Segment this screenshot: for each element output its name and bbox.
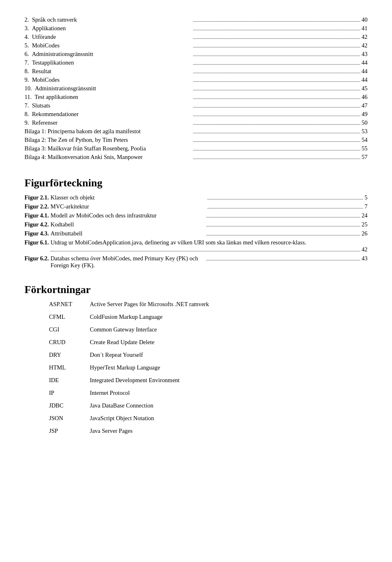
abbr-key: JSON [24,415,90,422]
abbr-row-ip: IP Internet Protocol [24,390,368,396]
toc-entry: 10. Administrationsgränssnitt 45 [24,85,368,92]
abbr-table: ASP.NET Active Server Pages för Microsof… [24,301,368,434]
abbr-key: CGI [24,326,90,333]
toc-entry: 9. Referenser 50 [24,119,368,126]
abbr-key: JSP [24,428,90,434]
toc-entry: 7. Slutsats 47 [24,102,368,109]
abbr-row-crud: CRUD Create Read Update Delete [24,339,368,346]
abbr-value: Common Gateway Interface [90,326,368,333]
abbr-key: ASP.NET [24,301,90,308]
toc-entry: 7. Testapplikationen 44 [24,59,368,66]
toc-entry: 5. MobiCodes 42 [24,42,368,49]
figurforteckning-heading: Figurförteckning [24,177,368,189]
fig-entry: Figur 4.1. Modell av MobiCodes och dess … [24,212,368,219]
toc-entry: 8. Resultat 44 [24,68,368,75]
abbr-value: Integrated Development Environment [90,377,368,384]
abbr-value: Java DataBase Connection [90,402,368,409]
toc-entry: Bilaga 1: Principerna bakom det agila ma… [24,128,368,135]
fig-entry: Figur 2.2. MVC-arkitektur 7 [24,203,368,210]
toc-section: 2. Språk och ramverk 40 3. Applikationen… [24,16,368,161]
forkortningar-section: Förkortningar ASP.NET Active Server Page… [24,284,368,434]
toc-entry: 9. MobiCodes 44 [24,76,368,83]
fig-entry: Figur 4.2. Kodtabell 25 [24,221,368,228]
toc-entry: 3. Applikationen 41 [24,25,368,32]
toc-entry: Bilaga 3: Mailksvar från Staffan Rosenbe… [24,145,368,152]
abbr-value: Java Server Pages [90,428,368,434]
abbr-key: CFML [24,313,90,320]
abbr-row-aspnet: ASP.NET Active Server Pages för Microsof… [24,301,368,308]
abbr-key: HTML [24,364,90,371]
fig-entry-6-1: Figur 6.1. Utdrag ur MobiCodesApplicatio… [24,239,368,253]
abbr-row-jsp: JSP Java Server Pages [24,428,368,434]
toc-label: 2. Språk och ramverk [24,16,192,23]
abbr-value: Don´t Repeat Yourself [90,352,368,358]
abbr-value: Active Server Pages för Microsofts .NET … [90,301,368,308]
abbr-value: HyperText Markup Language [90,364,368,371]
abbr-value: JavaScript Object Notation [90,415,368,422]
abbr-key: DRY [24,352,90,358]
fig-entry-6-2: Figur 6.2. Databas schema över MobiCodes… [24,255,368,269]
toc-entry: Bilaga 4: Mailkonversation Anki Snis, Ma… [24,154,368,161]
fig-entry: Figur 2.1. Klasser och objekt 5 [24,194,368,201]
abbr-row-cfml: CFML ColdFusion Markup Language [24,313,368,320]
abbr-row-cgi: CGI Common Gateway Interface [24,326,368,333]
forkortningar-heading: Förkortningar [24,284,368,296]
abbr-row-html: HTML HyperText Markup Language [24,364,368,371]
figurforteckning-section: Figurförteckning Figur 2.1. Klasser och … [24,177,368,269]
abbr-row-dry: DRY Don´t Repeat Yourself [24,352,368,358]
toc-entry: 11. Test applikationen 46 [24,94,368,101]
fig-entry: Figur 4.3. Attributtabell 26 [24,230,368,237]
abbr-value: Create Read Update Delete [90,339,368,346]
toc-entry: 2. Språk och ramverk 40 [24,16,368,23]
toc-entry: 6. Administrationsgränssnitt 43 [24,51,368,58]
toc-dots [193,21,360,22]
toc-page: 40 [362,16,368,23]
abbr-key: JDBC [24,402,90,409]
abbr-key: IDE [24,377,90,384]
abbr-key: IP [24,390,90,396]
toc-entry: 4. Utförande 42 [24,34,368,40]
abbr-key: CRUD [24,339,90,346]
toc-entry: 8. Rekommendationer 49 [24,111,368,118]
abbr-row-jdbc: JDBC Java DataBase Connection [24,402,368,409]
toc-entry: Bilaga 2: The Zen of Python, by Tim Pete… [24,137,368,143]
abbr-value: Internet Protocol [90,390,368,396]
abbr-row-ide: IDE Integrated Development Environment [24,377,368,384]
abbr-value: ColdFusion Markup Language [90,313,368,320]
abbr-row-json: JSON JavaScript Object Notation [24,415,368,422]
